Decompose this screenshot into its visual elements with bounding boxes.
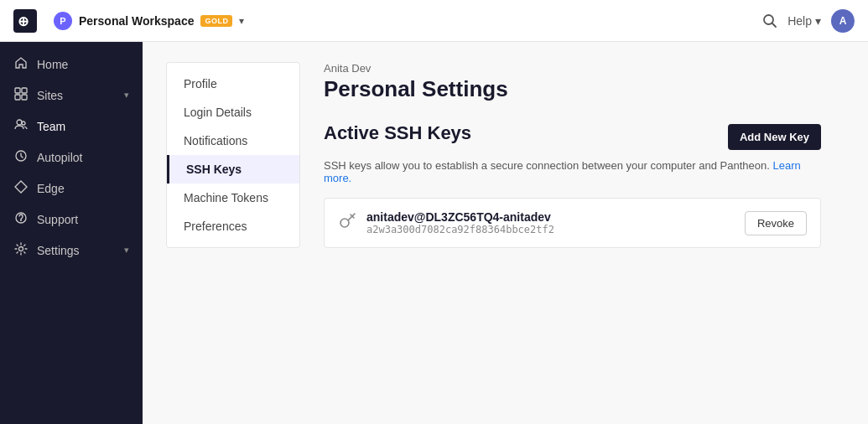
settings-chevron-down-icon: ▾: [124, 245, 129, 256]
help-chevron-down-icon: ▾: [815, 14, 821, 28]
sidebar-team-label: Team: [37, 120, 129, 133]
svg-rect-5: [22, 88, 27, 93]
sidebar-item-autopilot[interactable]: Autopilot: [0, 142, 143, 173]
svg-line-3: [772, 23, 777, 27]
settings-leftnav: Profile Login Details Notifications SSH …: [166, 62, 300, 248]
svg-rect-7: [22, 95, 27, 100]
svg-point-9: [22, 122, 25, 125]
sidebar-item-home[interactable]: Home: [0, 49, 143, 80]
ssh-key-fingerprint: a2w3a300d7082ca92f88364bbce2tf2: [366, 224, 735, 235]
autopilot-icon: [13, 149, 29, 165]
team-icon: [13, 118, 29, 134]
settings-username: Anita Dev: [324, 62, 821, 75]
workspace-switcher[interactable]: P Personal Workspace GOLD ▾: [54, 12, 244, 30]
ssh-section-description: SSH keys allow you to establish a secure…: [324, 159, 821, 184]
main-content: Profile Login Details Notifications SSH …: [143, 42, 868, 424]
settings-nav-login-details[interactable]: Login Details: [167, 98, 299, 127]
page-title: Personal Settings: [324, 76, 821, 102]
support-icon: [13, 211, 29, 227]
pantheon-logo-icon: ⊕: [13, 9, 37, 33]
sites-icon: [13, 87, 29, 103]
sites-chevron-down-icon: ▾: [124, 90, 129, 101]
ssh-key-card: anitadev@DL3ZC56TQ4-anitadev a2w3a300d70…: [324, 198, 821, 248]
sidebar-autopilot-label: Autopilot: [37, 151, 129, 164]
sidebar-item-support[interactable]: Support: [0, 204, 143, 235]
add-new-key-button[interactable]: Add New Key: [728, 124, 821, 150]
sidebar-item-team[interactable]: Team: [0, 111, 143, 142]
edge-icon: [13, 180, 29, 196]
search-button[interactable]: [762, 13, 777, 28]
sidebar-settings-label: Settings: [37, 244, 116, 257]
svg-point-13: [19, 247, 23, 251]
settings-nav-preferences[interactable]: Preferences: [167, 212, 299, 240]
home-icon: [13, 56, 29, 72]
svg-rect-6: [15, 95, 20, 100]
settings-nav-profile[interactable]: Profile: [167, 70, 299, 98]
svg-point-8: [17, 120, 22, 125]
gold-badge: GOLD: [200, 15, 232, 27]
help-label: Help: [787, 14, 812, 28]
user-avatar[interactable]: A: [831, 9, 855, 33]
settings-nav-ssh-keys[interactable]: SSH Keys: [167, 155, 299, 184]
sidebar-edge-label: Edge: [37, 182, 129, 195]
workspace-chevron-down-icon: ▾: [239, 15, 244, 27]
body-layout: Home Sites ▾ Team Autopilot Edge: [0, 42, 868, 424]
logo-area: ⊕: [13, 9, 37, 33]
sidebar-support-label: Support: [37, 213, 129, 226]
workspace-name: Personal Workspace: [79, 14, 194, 28]
sidebar-item-edge[interactable]: Edge: [0, 173, 143, 204]
sidebar-home-label: Home: [37, 58, 129, 71]
help-button[interactable]: Help ▾: [787, 14, 821, 28]
sidebar-sites-label: Sites: [37, 89, 116, 102]
revoke-key-button[interactable]: Revoke: [745, 211, 807, 235]
svg-rect-4: [15, 88, 20, 93]
ssh-section-header: Active SSH Keys Add New Key: [324, 122, 821, 151]
workspace-avatar: P: [54, 12, 72, 30]
ssh-key-icon: [338, 212, 356, 235]
settings-icon: [13, 242, 29, 258]
svg-text:⊕: ⊕: [18, 14, 29, 28]
svg-marker-11: [15, 181, 27, 193]
sidebar-item-sites[interactable]: Sites ▾: [0, 80, 143, 111]
sidebar-item-settings[interactable]: Settings ▾: [0, 235, 143, 266]
settings-panel: Profile Login Details Notifications SSH …: [143, 42, 868, 424]
settings-nav-machine-tokens[interactable]: Machine Tokens: [167, 184, 299, 212]
topnav-right: Help ▾ A: [762, 9, 855, 33]
settings-nav-notifications[interactable]: Notifications: [167, 127, 299, 155]
topnav: ⊕ P Personal Workspace GOLD ▾ Help ▾ A: [0, 0, 868, 42]
sidebar: Home Sites ▾ Team Autopilot Edge: [0, 42, 143, 424]
ssh-section-title: Active SSH Keys: [324, 122, 471, 144]
svg-point-14: [340, 219, 349, 227]
search-icon: [762, 13, 777, 28]
settings-right: Anita Dev Personal Settings Active SSH K…: [300, 62, 845, 404]
ssh-key-name: anitadev@DL3ZC56TQ4-anitadev: [366, 210, 735, 224]
ssh-key-info: anitadev@DL3ZC56TQ4-anitadev a2w3a300d70…: [366, 210, 735, 235]
